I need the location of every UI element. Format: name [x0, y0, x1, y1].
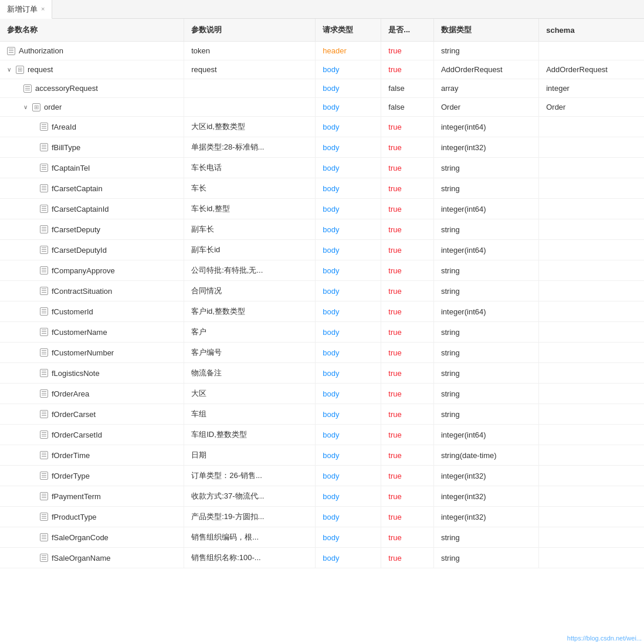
- table-body: Authorizationtokenheadertruestring∨⊞requ…: [0, 42, 644, 568]
- param-name-cell: fCarsetCaptain: [0, 178, 184, 199]
- field-doc-icon: [40, 533, 48, 541]
- field-doc-icon: [40, 431, 48, 439]
- param-required-cell: true: [381, 527, 434, 548]
- param-data-type-cell: array: [433, 79, 538, 98]
- expand-toggle-icon[interactable]: ∨: [7, 66, 11, 73]
- param-desc-cell: 合同情况: [184, 281, 316, 301]
- param-data-type-cell: integer(int64): [433, 425, 538, 445]
- field-doc-icon: [40, 143, 48, 151]
- col-header-param-name: 参数名称: [0, 19, 184, 42]
- required-value: true: [388, 225, 401, 234]
- required-value: true: [388, 348, 401, 357]
- table-row: fOrderTime日期bodytruestring(date-time): [0, 445, 644, 466]
- param-required-cell: true: [381, 466, 434, 486]
- param-desc-cell: [184, 79, 316, 98]
- param-schema-cell: [539, 240, 644, 260]
- param-desc-cell: 客户: [184, 322, 316, 343]
- param-required-cell: true: [381, 219, 434, 240]
- field-doc-icon: [40, 123, 48, 131]
- param-desc-cell: 车长id,整型: [184, 199, 316, 219]
- param-required-cell: true: [381, 260, 434, 281]
- expand-toggle-icon[interactable]: ∨: [23, 104, 28, 110]
- param-name-cell: Authorization: [0, 42, 184, 60]
- req-type-value: body: [323, 348, 339, 357]
- param-desc-cell: 客户id,整数类型: [184, 301, 316, 322]
- param-name-text: fCarsetDeputyId: [52, 246, 107, 255]
- tab-bar: 新增订单 ×: [0, 0, 644, 19]
- table-row: fCompanyApprove公司特批:有特批,无...bodytruestri…: [0, 260, 644, 281]
- param-schema-cell: integer: [539, 79, 644, 98]
- param-data-type-cell: integer(int32): [433, 466, 538, 486]
- col-header-param-desc: 参数说明: [184, 19, 316, 42]
- param-schema-cell: [539, 301, 644, 322]
- table-row: Authorizationtokenheadertruestring: [0, 42, 644, 60]
- param-name-cell: fCarsetCaptainId: [0, 199, 184, 219]
- required-value: true: [388, 369, 401, 378]
- req-type-value: body: [323, 287, 339, 296]
- required-value: true: [388, 389, 401, 398]
- param-desc-cell: 公司特批:有特批,无...: [184, 260, 316, 281]
- required-value: true: [388, 307, 401, 316]
- req-type-value: body: [323, 143, 339, 152]
- table-row: fOrderCarset车组bodytruestring: [0, 404, 644, 425]
- param-name-text: fBillType: [52, 143, 80, 152]
- table-row: fOrderArea大区bodytruestring: [0, 384, 644, 404]
- param-data-type-cell: string: [433, 404, 538, 425]
- tab-close-icon[interactable]: ×: [41, 6, 45, 12]
- param-name-cell: fOrderTime: [0, 445, 184, 466]
- param-data-type-cell: string: [433, 343, 538, 363]
- param-schema-cell: [539, 178, 644, 199]
- param-schema-cell: [539, 260, 644, 281]
- param-schema-cell: [539, 199, 644, 219]
- param-name-text: fCarsetDeputy: [52, 225, 100, 234]
- req-type-value: body: [323, 164, 339, 172]
- param-schema-cell: [539, 322, 644, 343]
- table-row: fPaymentTerm收款方式:37-物流代...bodytrueintege…: [0, 486, 644, 507]
- param-required-cell: true: [381, 60, 434, 79]
- param-schema-cell: [539, 425, 644, 445]
- col-header-req-type: 请求类型: [316, 19, 381, 42]
- param-required-cell: true: [381, 322, 434, 343]
- param-req-type-cell: header: [316, 42, 381, 60]
- param-req-type-cell: body: [316, 548, 381, 568]
- param-schema-cell: [539, 404, 644, 425]
- param-schema-cell: [539, 445, 644, 466]
- param-required-cell: true: [381, 117, 434, 137]
- req-type-value: body: [323, 410, 339, 419]
- param-required-cell: true: [381, 158, 434, 178]
- param-schema-cell: [539, 384, 644, 404]
- param-name-text: fLogisticsNote: [52, 369, 100, 378]
- req-type-value: body: [323, 205, 339, 213]
- param-data-type-cell: integer(int64): [433, 117, 538, 137]
- param-name-text: fCarsetCaptainId: [52, 205, 109, 213]
- table-row: fCarsetDeputy副车长bodytruestring: [0, 219, 644, 240]
- field-obj-icon: ⊞: [16, 66, 24, 74]
- field-doc-icon: [40, 205, 48, 213]
- param-name-text: fCaptainTel: [52, 164, 90, 172]
- table-row: fCustomerNumber客户编号bodytruestring: [0, 343, 644, 363]
- param-data-type-cell: string(date-time): [433, 445, 538, 466]
- param-name-cell: fContractSituation: [0, 281, 184, 301]
- param-name-text: Authorization: [19, 46, 63, 55]
- param-desc-cell: 单据类型:28-标准销...: [184, 137, 316, 158]
- field-doc-icon: [40, 164, 48, 172]
- param-desc-cell: 车组: [184, 404, 316, 425]
- api-params-table: 参数名称 参数说明 请求类型 是否... 数据类型 schema Authori…: [0, 19, 644, 568]
- required-value: true: [388, 46, 401, 55]
- required-value: true: [388, 492, 401, 501]
- field-doc-icon: [40, 225, 48, 233]
- param-desc-cell: 副车长id: [184, 240, 316, 260]
- table-row: fBillType单据类型:28-标准销...bodytrueinteger(i…: [0, 137, 644, 158]
- param-schema-cell: [539, 137, 644, 158]
- req-type-value: body: [323, 369, 339, 378]
- param-desc-cell: 日期: [184, 445, 316, 466]
- param-req-type-cell: body: [316, 178, 381, 199]
- tab-新增订单[interactable]: 新增订单 ×: [0, 0, 52, 19]
- param-name-text: fCompanyApprove: [52, 266, 115, 275]
- param-desc-cell: 大区: [184, 384, 316, 404]
- param-req-type-cell: body: [316, 98, 381, 117]
- table-row: fCarsetCaptain车长bodytruestring: [0, 178, 644, 199]
- param-data-type-cell: string: [433, 384, 538, 404]
- param-name-cell: fOrderArea: [0, 384, 184, 404]
- table-row: fCarsetCaptainId车长id,整型bodytrueinteger(i…: [0, 199, 644, 219]
